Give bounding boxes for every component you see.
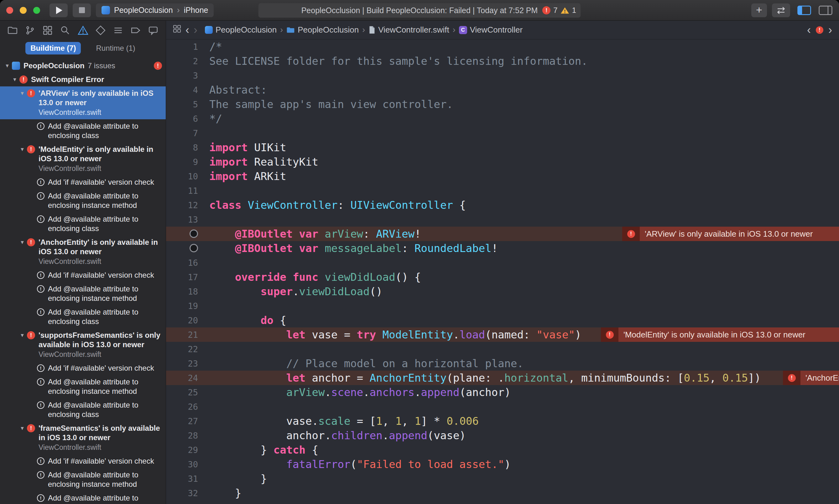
disclosure-triangle-icon[interactable]: ▾: [10, 75, 19, 84]
line-number[interactable]: 23: [166, 359, 203, 368]
fixit-item[interactable]: !Add @available attribute to enclosing c…: [0, 305, 166, 328]
line-number[interactable]: 28: [166, 431, 203, 440]
code-line[interactable]: 12class ViewController: UIViewController…: [166, 198, 839, 212]
line-number[interactable]: 27: [166, 416, 203, 426]
line-number[interactable]: 30: [166, 460, 203, 469]
previous-issue-button[interactable]: ‹: [807, 24, 811, 36]
fixit-item[interactable]: !Add @available attribute to enclosing c…: [0, 212, 166, 235]
code-line[interactable]: @IBOutlet var messageLabel: RoundedLabel…: [166, 241, 839, 255]
line-number[interactable]: 12: [166, 200, 203, 210]
code-line[interactable]: 7: [166, 126, 839, 140]
find-navigator-icon[interactable]: [59, 24, 71, 37]
code-line[interactable]: @IBOutlet var arView: ARView!!'ARView' i…: [166, 227, 839, 241]
line-number[interactable]: 25: [166, 388, 203, 397]
line-number[interactable]: 29: [166, 445, 203, 455]
test-navigator-icon[interactable]: [94, 24, 107, 37]
line-number[interactable]: [166, 243, 203, 254]
code-line[interactable]: 10import ARKit: [166, 169, 839, 183]
issue-navigator-icon[interactable]: [77, 24, 89, 37]
line-number[interactable]: 6: [166, 114, 203, 124]
disclosure-triangle-icon[interactable]: ▾: [18, 424, 27, 433]
debug-navigator-icon[interactable]: [112, 24, 124, 37]
breadcrumb-project[interactable]: PeopleOcclusion: [205, 25, 277, 35]
source-control-navigator-icon[interactable]: [24, 24, 36, 37]
inline-error-banner[interactable]: !'ARView' is only available in iOS 13.0 …: [622, 227, 839, 241]
code-line[interactable]: 25 arView.scene.anchors.append(anchor): [166, 385, 839, 399]
code-line[interactable]: 13: [166, 212, 839, 227]
breadcrumb-group[interactable]: PeopleOcclusion: [286, 25, 359, 35]
fixit-item[interactable]: !Add @available attribute to enclosing c…: [0, 491, 166, 504]
fixit-item[interactable]: !Add 'if #available' version check: [0, 175, 166, 189]
code-line[interactable]: 19: [166, 299, 839, 313]
line-number[interactable]: 19: [166, 301, 203, 311]
code-review-button[interactable]: [772, 3, 790, 17]
issue-item[interactable]: ▾!'AnchorEntity' is only available in iO…: [0, 235, 166, 268]
close-window-button[interactable]: [6, 7, 13, 14]
code-line[interactable]: 9import RealityKit: [166, 155, 839, 169]
fixit-item[interactable]: !Add @available attribute to enclosing c…: [0, 119, 166, 142]
disclosure-triangle-icon[interactable]: ▾: [18, 238, 27, 247]
line-number[interactable]: 13: [166, 215, 203, 224]
breakpoint-navigator-icon[interactable]: [129, 24, 142, 37]
code-line[interactable]: 20 do {: [166, 313, 839, 327]
minimize-window-button[interactable]: [20, 7, 27, 14]
forward-button[interactable]: ›: [194, 24, 197, 36]
line-number[interactable]: 10: [166, 172, 203, 181]
report-navigator-icon[interactable]: [147, 24, 159, 37]
fixit-item[interactable]: !Add 'if #available' version check: [0, 268, 166, 282]
code-line[interactable]: 24 let anchor = AnchorEntity(plane: .hor…: [166, 371, 839, 385]
fixit-item[interactable]: !Add 'if #available' version check: [0, 361, 166, 375]
line-number[interactable]: 4: [166, 85, 203, 95]
issue-item[interactable]: ▾!Swift Compiler Error: [0, 73, 166, 86]
code-line[interactable]: 11: [166, 183, 839, 198]
line-number[interactable]: 5: [166, 100, 203, 109]
line-number[interactable]: 9: [166, 157, 203, 167]
breadcrumb-file[interactable]: ViewController.swift: [368, 25, 449, 35]
code-line[interactable]: 28 anchor.children.append(vase): [166, 428, 839, 443]
disclosure-triangle-icon[interactable]: ▾: [18, 330, 27, 340]
code-line[interactable]: 30 fatalError("Failed to load asset."): [166, 457, 839, 471]
tab-runtime[interactable]: Runtime (1): [91, 42, 140, 54]
line-number[interactable]: 16: [166, 258, 203, 268]
outlet-connection-indicator[interactable]: [190, 244, 198, 252]
code-line[interactable]: 26: [166, 399, 839, 414]
line-number[interactable]: [166, 229, 203, 239]
stop-button[interactable]: [73, 3, 91, 17]
code-line[interactable]: 31 }: [166, 471, 839, 486]
symbol-navigator-icon[interactable]: [41, 24, 54, 37]
back-button[interactable]: ‹: [186, 24, 189, 36]
issue-item[interactable]: ▾PeopleOcclusion7 issues!: [0, 59, 166, 73]
line-number[interactable]: 2: [166, 56, 203, 66]
inline-error-banner[interactable]: !'AnchorEntity' is only available in iOS…: [783, 371, 839, 385]
line-number[interactable]: 26: [166, 402, 203, 412]
line-number[interactable]: 24: [166, 373, 203, 383]
code-line[interactable]: 18 super.viewDidLoad(): [166, 284, 839, 299]
code-line[interactable]: 1/*: [166, 39, 839, 54]
code-line[interactable]: 2See LICENSE folder for this sample's li…: [166, 54, 839, 68]
code-line[interactable]: 22: [166, 342, 839, 356]
line-number[interactable]: 31: [166, 474, 203, 484]
outlet-connection-indicator[interactable]: [190, 230, 198, 238]
inline-error-banner[interactable]: !'ModelEntity' is only available in iOS …: [601, 327, 839, 342]
code-line[interactable]: 6*/: [166, 111, 839, 126]
line-number[interactable]: 20: [166, 316, 203, 325]
code-area[interactable]: 1/*2See LICENSE folder for this sample's…: [166, 39, 839, 504]
issue-item[interactable]: ▾!'ARView' is only available in iOS 13.0…: [0, 86, 166, 119]
line-number[interactable]: 21: [166, 330, 203, 340]
code-line[interactable]: 16: [166, 255, 839, 270]
scheme-selector[interactable]: PeopleOcclusion › iPhone: [96, 3, 214, 17]
tab-buildtime[interactable]: Buildtime (7): [25, 42, 81, 54]
fixit-item[interactable]: !Add @available attribute to enclosing i…: [0, 189, 166, 212]
disclosure-triangle-icon[interactable]: ▾: [18, 89, 27, 98]
code-line[interactable]: 27 vase.scale = [1, 1, 1] * 0.006: [166, 414, 839, 428]
toggle-navigator-button[interactable]: [797, 5, 811, 16]
project-navigator-icon[interactable]: [6, 24, 19, 37]
line-number[interactable]: 7: [166, 128, 203, 138]
run-button[interactable]: [50, 3, 68, 17]
zoom-window-button[interactable]: [33, 7, 40, 14]
issue-badges[interactable]: ! 7 1: [542, 3, 576, 18]
code-line[interactable]: 21 let vase = try ModelEntity.load(named…: [166, 327, 839, 342]
issue-item[interactable]: ▾!'supportsFrameSemantics' is only avail…: [0, 328, 166, 361]
code-line[interactable]: 23 // Place model on a horizontal plane.: [166, 356, 839, 371]
toggle-inspectors-button[interactable]: [818, 5, 833, 16]
